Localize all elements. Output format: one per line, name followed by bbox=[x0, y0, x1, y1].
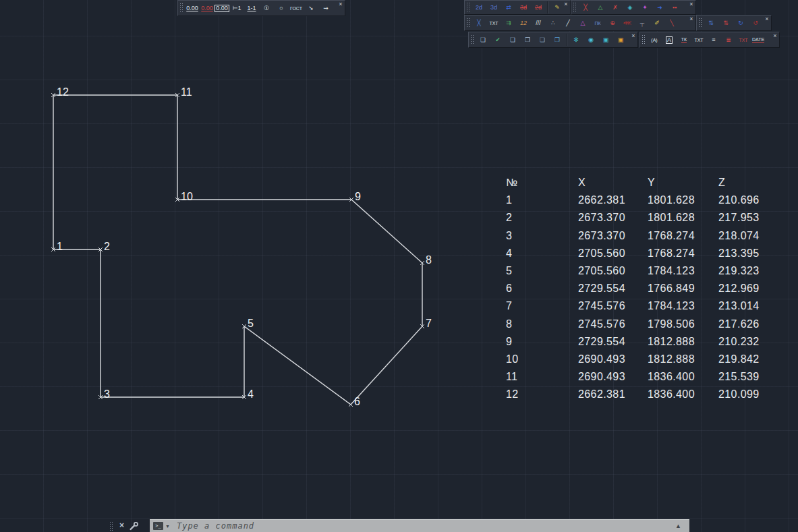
toolbar-grip[interactable] bbox=[470, 34, 474, 45]
table-header-cell[interactable]: Y bbox=[648, 174, 718, 191]
vertex-label[interactable]: 7 bbox=[426, 318, 432, 329]
drawing-canvas[interactable]: 123456789101112 №XYZ12662.3811801.628210… bbox=[0, 0, 798, 532]
vertex-label[interactable]: 12 bbox=[57, 86, 69, 98]
layer-match-icon[interactable]: ❐ bbox=[550, 34, 565, 47]
table-cell[interactable]: 213.395 bbox=[718, 245, 779, 262]
slope-hatch-icon[interactable]: ⋘ bbox=[620, 17, 635, 30]
vertex-label[interactable]: 11 bbox=[181, 86, 192, 98]
command-dock-close-icon[interactable]: × bbox=[119, 519, 124, 532]
table-header-cell[interactable]: Z bbox=[718, 174, 779, 191]
toolbar-close-icon[interactable]: × bbox=[337, 1, 344, 7]
points-sequence-icon[interactable]: ➜ bbox=[652, 1, 667, 14]
table-cell[interactable]: 2705.560 bbox=[578, 262, 648, 280]
toolbar-close-icon[interactable]: × bbox=[563, 1, 569, 7]
table-cell[interactable]: 2745.576 bbox=[578, 297, 648, 315]
rotate-ccw-icon[interactable]: ↺ bbox=[748, 17, 763, 30]
layer-copy-objects-icon[interactable]: ❐ bbox=[520, 34, 535, 47]
table-cell[interactable]: 9 bbox=[506, 333, 578, 351]
bend-leader-icon[interactable]: ➘ bbox=[304, 2, 318, 15]
layer-freeze-icon[interactable]: ✻ bbox=[569, 34, 583, 47]
table-cell[interactable]: 1836.400 bbox=[648, 386, 718, 403]
layer-edit-icon[interactable]: ❏ bbox=[476, 34, 490, 47]
toolbar-grip[interactable] bbox=[179, 3, 183, 13]
zigzag-leader-icon[interactable]: ⇝ bbox=[318, 2, 333, 15]
table-cell[interactable]: 12 bbox=[506, 386, 578, 403]
strike-3d-icon[interactable]: 3d bbox=[516, 1, 531, 14]
layer-on-all-icon[interactable]: ✔ bbox=[490, 34, 505, 47]
table-cell[interactable]: 210.696 bbox=[718, 191, 779, 209]
table-cell[interactable]: 2673.370 bbox=[578, 227, 648, 245]
table-cell[interactable]: 3 bbox=[506, 227, 578, 245]
table-cell[interactable]: 8 bbox=[506, 316, 578, 333]
parallel-lines-icon[interactable]: /// bbox=[531, 17, 546, 30]
table-cell[interactable]: 1768.274 bbox=[648, 227, 718, 245]
elevation-mark-icon[interactable]: 0.00 bbox=[185, 2, 200, 15]
table-cell[interactable]: 2690.493 bbox=[578, 368, 648, 386]
table-cell[interactable]: 2 bbox=[506, 209, 578, 227]
toolbar-close-icon[interactable]: × bbox=[630, 32, 637, 39]
command-input[interactable]: Type a command bbox=[177, 521, 675, 531]
table-cell[interactable]: 1 bbox=[506, 191, 578, 209]
multi-vector-icon[interactable]: ⇉ bbox=[501, 17, 516, 30]
table-cell[interactable]: 218.074 bbox=[718, 227, 779, 245]
table-cell[interactable]: 2673.370 bbox=[578, 209, 648, 227]
table-cell[interactable]: 215.539 bbox=[718, 368, 779, 386]
table-cell[interactable]: 11 bbox=[506, 368, 578, 386]
vertex-label[interactable]: 2 bbox=[104, 241, 110, 252]
text-date-icon[interactable]: DATE bbox=[751, 34, 766, 47]
coordinate-table[interactable]: №XYZ12662.3811801.628210.69622673.370180… bbox=[506, 174, 779, 403]
text-tk-icon[interactable]: ТК bbox=[677, 34, 691, 47]
command-dock-grip[interactable] bbox=[109, 521, 113, 531]
text-copy-icon[interactable]: TXT bbox=[736, 34, 751, 47]
leader-mark-icon[interactable]: ⊢1 bbox=[229, 2, 244, 15]
table-cell[interactable]: 2705.560 bbox=[578, 245, 648, 262]
delete-point-icon[interactable]: ✗ bbox=[608, 1, 623, 14]
toolbar-grip[interactable] bbox=[466, 18, 470, 28]
table-cell[interactable]: 1768.274 bbox=[648, 245, 718, 262]
text-paragraph-icon[interactable]: ≡ bbox=[706, 34, 721, 47]
convert-3d-icon[interactable]: 3d bbox=[486, 1, 501, 14]
station-leader-icon[interactable]: ⊕ bbox=[605, 17, 620, 30]
table-cell[interactable]: 1812.888 bbox=[648, 351, 718, 368]
line-by-points-icon[interactable]: ╱ bbox=[561, 17, 575, 30]
vertex-marker[interactable] bbox=[349, 403, 353, 407]
toolbar-close-icon[interactable]: × bbox=[764, 16, 770, 22]
toolbar-close-icon[interactable]: × bbox=[772, 32, 778, 39]
wrench-icon[interactable] bbox=[129, 520, 139, 531]
convert-2d-icon[interactable]: 2d bbox=[472, 1, 486, 14]
elevation-arrow-icon[interactable]: 0.00 bbox=[200, 2, 215, 15]
command-prompt-icon[interactable]: >_ bbox=[153, 522, 163, 530]
table-cell[interactable]: 7 bbox=[506, 297, 578, 315]
table-cell[interactable]: 1801.628 bbox=[648, 191, 718, 209]
section-mark-icon[interactable]: 1-1 bbox=[244, 2, 259, 15]
point-cloud-icon[interactable]: ∴ bbox=[546, 17, 561, 30]
table-cell[interactable]: 1798.506 bbox=[648, 316, 718, 333]
table-cell[interactable]: 219.323 bbox=[718, 262, 779, 280]
toolbar-grip[interactable] bbox=[698, 18, 702, 28]
merge-arrows-icon[interactable]: ⇄ bbox=[501, 1, 516, 14]
line-slash-icon[interactable]: ╲ bbox=[664, 17, 679, 30]
pk-station-icon[interactable]: ПК bbox=[590, 17, 605, 30]
text-boxed-icon[interactable]: A bbox=[662, 34, 677, 47]
toolbar-grip[interactable] bbox=[573, 2, 577, 13]
command-bar[interactable]: >_ ▼ Type a command ▲ bbox=[150, 519, 689, 532]
table-cell[interactable]: 217.953 bbox=[718, 209, 779, 227]
table-header-cell[interactable]: X bbox=[578, 174, 648, 191]
cross-section-icon[interactable]: ╳ bbox=[472, 17, 486, 30]
table-cell[interactable]: 212.969 bbox=[718, 280, 779, 297]
text-circled-icon[interactable]: (A) bbox=[647, 34, 662, 47]
layer-lock-icon[interactable]: ▣ bbox=[598, 34, 613, 47]
vertex-label[interactable]: 1 bbox=[57, 241, 63, 252]
polygon-points-icon[interactable]: ✦ bbox=[637, 1, 652, 14]
vertex-label[interactable]: 6 bbox=[354, 396, 360, 407]
vertex-label[interactable]: 5 bbox=[248, 318, 254, 329]
table-cell[interactable]: 2690.493 bbox=[578, 351, 648, 368]
triangle-label-icon[interactable]: △ bbox=[575, 17, 590, 30]
vertex-label[interactable]: 3 bbox=[104, 388, 110, 400]
vertex-label[interactable]: 8 bbox=[426, 254, 432, 266]
points-merge-icon[interactable]: ▪▪ bbox=[667, 1, 682, 14]
text-txt-icon[interactable]: TXT bbox=[691, 34, 706, 47]
table-cell[interactable]: 5 bbox=[506, 262, 578, 280]
table-cell[interactable]: 10 bbox=[506, 351, 578, 368]
toolbar-grip[interactable] bbox=[642, 34, 646, 45]
